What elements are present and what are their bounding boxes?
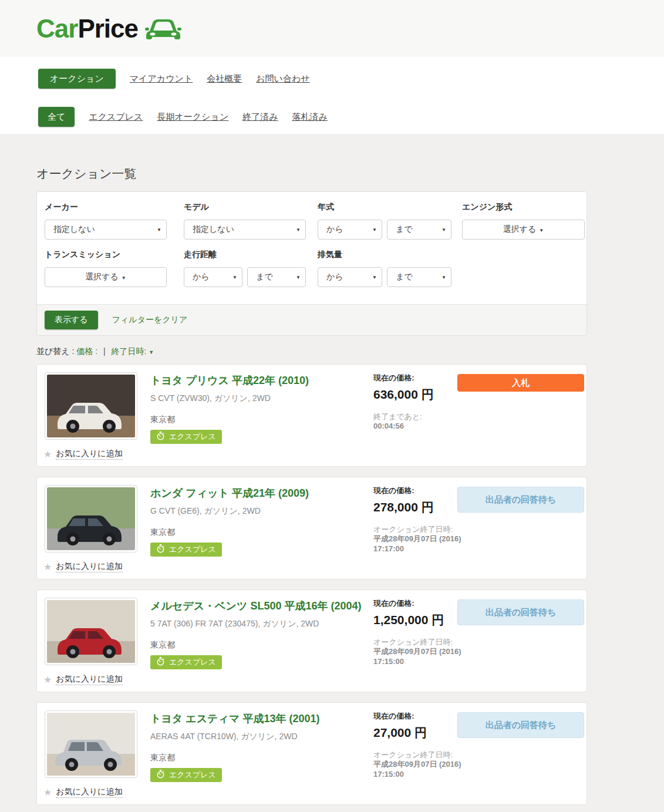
price-block: 現在の価格: 27,000 円 オークション終了日時: 平成28年09月07日 …: [373, 711, 467, 780]
current-price-label: 現在の価格:: [373, 486, 467, 496]
listing-specs: G CVT (GE6), ガソリン, 2WD: [150, 506, 368, 517]
filter-field-mileage: 走行距離 から▼ まで▼: [184, 250, 306, 287]
current-price-value: 1,250,000 円: [373, 612, 467, 628]
logo-text: CarPrice: [36, 14, 138, 43]
filter-row-2: トランスミッション 選択する▼ 走行距離 から▼ まで▼ 排気量 から▼ まで▼: [45, 250, 587, 287]
car-photo-thumbnail[interactable]: [45, 372, 137, 440]
time-remaining-label: 終了まであと:: [373, 412, 467, 422]
listing-info: トヨタ エスティマ 平成13年 (2001) AERAS 4AT (TCR10W…: [150, 712, 368, 782]
auction-end-date: 平成28年09月07日 (2016): [373, 647, 467, 657]
logo[interactable]: CarPrice: [36, 14, 181, 43]
listing-title-link[interactable]: メルセデス・ベンツ SL500 平成16年 (2004): [150, 599, 368, 613]
filter-tab-express[interactable]: エクスプレス: [89, 112, 143, 123]
stopwatch-icon: [156, 432, 165, 442]
nav-my-account-link[interactable]: マイアカウント: [130, 73, 193, 85]
sort-by-end-time-link[interactable]: 終了日時:: [112, 346, 147, 356]
nav-company-link[interactable]: 会社概要: [207, 73, 242, 85]
engine-chooser-button[interactable]: 選択する▼: [462, 220, 585, 240]
price-block: 現在の価格: 636,000 円 終了まであと: 00:04:56: [373, 373, 467, 432]
apply-filters-button[interactable]: 表示する: [45, 311, 98, 329]
waiting-seller-reply-button[interactable]: 出品者の回答待ち: [457, 599, 584, 625]
stopwatch-icon: [156, 770, 165, 780]
year-to-select[interactable]: まで▼: [387, 220, 451, 240]
auction-list: ★ お気に入りに追加 トヨタ プリウス 平成22年 (2010) S CVT (…: [36, 364, 664, 812]
price-block: 現在の価格: 1,250,000 円 オークション終了日時: 平成28年09月0…: [373, 598, 467, 667]
listing-title-link[interactable]: トヨタ エスティマ 平成13年 (2001): [150, 712, 368, 726]
sort-separator: |: [103, 346, 106, 356]
chevron-down-icon: ▼: [296, 227, 301, 233]
chevron-down-icon: ▼: [296, 275, 301, 280]
clear-filters-link[interactable]: フィルターをクリア: [112, 315, 188, 325]
sort-by-price-link[interactable]: 価格 :: [76, 346, 97, 356]
stopwatch-icon: [156, 544, 165, 555]
main-content: オークション一覧 メーカー 指定しない▼ モデル 指定しない▼ 年式 から▼ ま…: [0, 166, 664, 812]
auction-end-time: 17:15:00: [373, 770, 467, 780]
favorite-row: ★ お気に入りに追加: [43, 449, 123, 460]
filter-field-transmission: トランスミッション 選択する▼: [45, 250, 167, 287]
express-badge-label: エクスプレス: [169, 544, 216, 555]
filter-field-model: モデル 指定しない▼: [184, 202, 306, 240]
year-from-select[interactable]: から▼: [318, 220, 382, 240]
add-favorite-link[interactable]: お気に入りに追加: [56, 787, 122, 798]
nav-auction-button[interactable]: オークション: [38, 69, 116, 89]
star-icon[interactable]: ★: [43, 561, 52, 572]
auction-end-label: オークション終了日時:: [373, 750, 467, 760]
add-favorite-link[interactable]: お気に入りに追加: [56, 449, 122, 460]
star-icon[interactable]: ★: [43, 787, 52, 798]
filter-tab-long-auction[interactable]: 長期オークション: [157, 112, 228, 123]
car-photo-thumbnail[interactable]: [45, 485, 137, 552]
current-price-value: 27,000 円: [373, 725, 467, 741]
auction-end-label: オークション終了日時:: [373, 638, 467, 647]
express-badge-label: エクスプレス: [169, 657, 216, 668]
mileage-label: 走行距離: [184, 250, 306, 260]
favorite-row: ★ お気に入りに追加: [43, 674, 123, 685]
maker-select[interactable]: 指定しない▼: [45, 220, 167, 240]
filter-tab-all[interactable]: 全て: [38, 107, 75, 127]
car-photo-thumbnail[interactable]: [45, 710, 137, 778]
model-select[interactable]: 指定しない▼: [184, 220, 306, 240]
filter-panel: メーカー 指定しない▼ モデル 指定しない▼ 年式 から▼ まで▼ エンジン形式: [36, 191, 587, 336]
listing-location: 東京都: [150, 753, 368, 763]
listing-info: ホンダ フィット 平成21年 (2009) G CVT (GE6), ガソリン,…: [150, 486, 368, 557]
add-favorite-link[interactable]: お気に入りに追加: [56, 561, 122, 572]
express-badge: エクスプレス: [150, 655, 222, 669]
secondary-nav-row: 全て エクスプレス 長期オークション 終了済み 落札済み: [38, 107, 664, 127]
chevron-down-icon: ▼: [232, 275, 237, 280]
auction-card: ★ お気に入りに追加 トヨタ プリウス 平成22年 (2010) S CVT (…: [36, 364, 587, 467]
transmission-chooser-label: 選択する: [85, 272, 119, 281]
year-range: から▼ まで▼: [318, 220, 451, 240]
main-navigation: オークション マイアカウント 会社概要 お問い合わせ 全て エクスプレス 長期オ…: [0, 57, 664, 134]
listing-specs: AERAS 4AT (TCR10W), ガソリン, 2WD: [150, 732, 368, 742]
listing-title-link[interactable]: トヨタ プリウス 平成22年 (2010): [150, 373, 368, 388]
bid-button[interactable]: 入札: [457, 374, 584, 392]
mileage-range: から▼ まで▼: [184, 267, 306, 287]
nav-contact-link[interactable]: お問い合わせ: [256, 73, 309, 85]
listing-title-link[interactable]: ホンダ フィット 平成21年 (2009): [150, 486, 368, 500]
model-select-value: 指定しない: [193, 224, 234, 235]
auction-card: ★ お気に入りに追加 トヨタ エスティマ 平成13年 (2001) AERAS …: [36, 702, 587, 805]
engine-label: エンジン形式: [462, 202, 585, 213]
filter-tab-ended[interactable]: 終了済み: [242, 112, 278, 123]
chevron-down-icon: ▼: [372, 275, 377, 280]
auction-end-date: 平成28年09月07日 (2016): [373, 760, 467, 770]
displacement-to-value: まで: [396, 272, 413, 282]
displacement-from-select[interactable]: から▼: [318, 267, 382, 287]
star-icon[interactable]: ★: [43, 674, 52, 685]
listing-specs: 5 7AT (306) FR 7AT (230475), ガソリン, 2WD: [150, 619, 368, 629]
star-icon[interactable]: ★: [43, 449, 52, 460]
sort-direction-caret-icon[interactable]: ▼: [149, 349, 154, 355]
waiting-seller-reply-button[interactable]: 出品者の回答待ち: [457, 487, 584, 513]
filter-tab-won[interactable]: 落札済み: [292, 112, 328, 123]
mileage-from-value: から: [193, 272, 210, 282]
add-favorite-link[interactable]: お気に入りに追加: [56, 674, 122, 685]
chevron-down-icon: ▼: [372, 227, 377, 233]
displacement-to-select[interactable]: まで▼: [387, 267, 451, 287]
mileage-to-select[interactable]: まで▼: [247, 267, 306, 287]
listing-location: 東京都: [150, 415, 368, 425]
maker-label: メーカー: [45, 202, 167, 213]
mileage-from-select[interactable]: から▼: [184, 267, 242, 287]
waiting-seller-reply-button[interactable]: 出品者の回答待ち: [457, 712, 584, 738]
auction-end-time: 17:17:00: [373, 544, 467, 554]
car-photo-thumbnail[interactable]: [45, 598, 137, 665]
transmission-chooser-button[interactable]: 選択する▼: [45, 267, 167, 287]
